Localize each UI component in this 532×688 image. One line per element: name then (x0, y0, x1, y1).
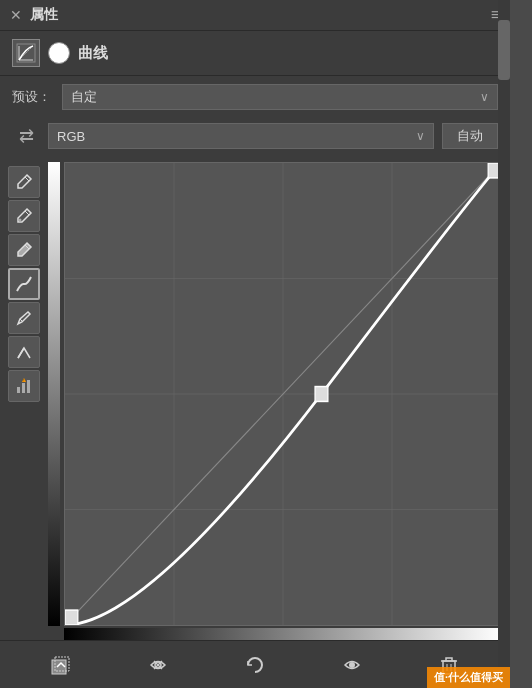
reset-button[interactable] (239, 649, 271, 681)
eyedropper-white-icon (15, 173, 33, 191)
curve-canvas[interactable] (64, 162, 502, 626)
channel-value: RGB (57, 129, 85, 144)
svg-point-26 (349, 662, 355, 668)
histogram-warning-icon: ! (15, 377, 33, 395)
toggle-visibility-icon (341, 654, 363, 676)
corner-tool[interactable] (8, 336, 40, 368)
curve-smooth-icon (15, 275, 33, 293)
panel-title: 属性 (30, 6, 58, 24)
scrollbar[interactable] (498, 0, 510, 688)
layer-name-label: 曲线 (78, 44, 108, 63)
svg-line-8 (18, 348, 24, 358)
corner-icon (15, 343, 33, 361)
close-button[interactable]: ✕ (10, 8, 24, 22)
eyedropper-black-tool[interactable] (8, 234, 40, 266)
bottom-gradient-bar (64, 628, 502, 640)
title-bar: ✕ 属性 ≡ (0, 0, 510, 31)
toggle-visibility-button[interactable] (336, 649, 368, 681)
main-content: ! (0, 158, 510, 640)
title-bar-left: ✕ 属性 (10, 6, 58, 24)
svg-rect-20 (65, 610, 78, 625)
curves-layer-icon (16, 43, 36, 63)
channel-row: ⇄ RGB ∨ 自动 (0, 118, 510, 158)
spacer (48, 626, 62, 640)
preset-chevron-icon: ∨ (480, 90, 489, 104)
svg-rect-11 (27, 380, 30, 393)
layer-icon (12, 39, 40, 67)
svg-line-4 (25, 177, 29, 181)
clip-to-layer-button[interactable] (45, 649, 77, 681)
curve-svg (65, 163, 501, 625)
clip-to-layer-icon (50, 654, 72, 676)
properties-panel: ✕ 属性 ≡ 曲线 预设： 自定 ∨ ⇄ RGB ∨ (0, 0, 510, 688)
preset-dropdown[interactable]: 自定 ∨ (62, 84, 498, 110)
visibility-button[interactable] (142, 649, 174, 681)
svg-rect-21 (315, 387, 328, 402)
reset-icon (244, 654, 266, 676)
svg-rect-23 (52, 660, 66, 674)
watermark-text: 值·什么值得买 (434, 671, 503, 683)
svg-line-5 (25, 211, 29, 215)
preset-value: 自定 (71, 88, 97, 106)
curve-section (48, 162, 502, 640)
eyedropper-gray-icon (15, 207, 33, 225)
svg-rect-9 (17, 387, 20, 393)
layer-header: 曲线 (0, 31, 510, 76)
left-gradient-bar (48, 162, 60, 626)
pencil-icon (15, 309, 33, 327)
channel-arrows-icon[interactable]: ⇄ (12, 122, 40, 150)
watermark: 值·什么值得买 (427, 667, 510, 688)
preset-row: 预设： 自定 ∨ (0, 76, 510, 118)
svg-rect-10 (22, 383, 25, 393)
visibility-icon (147, 654, 169, 676)
channel-dropdown[interactable]: RGB ∨ (48, 123, 434, 149)
channel-chevron-icon: ∨ (416, 129, 425, 143)
histogram-warning-tool[interactable]: ! (8, 370, 40, 402)
svg-point-6 (19, 219, 22, 222)
layer-mask-icon (48, 42, 70, 64)
bottom-gradient-row (48, 626, 502, 640)
scrollbar-thumb[interactable] (498, 20, 510, 80)
eyedropper-white-tool[interactable] (8, 166, 40, 198)
pencil-tool[interactable] (8, 302, 40, 334)
curve-smooth-tool[interactable] (8, 268, 40, 300)
tools-sidebar: ! (8, 162, 44, 640)
eyedropper-gray-tool[interactable] (8, 200, 40, 232)
curve-with-gradient (48, 162, 502, 626)
preset-label: 预设： (12, 88, 52, 106)
eyedropper-black-icon (15, 241, 33, 259)
auto-button[interactable]: 自动 (442, 123, 498, 149)
